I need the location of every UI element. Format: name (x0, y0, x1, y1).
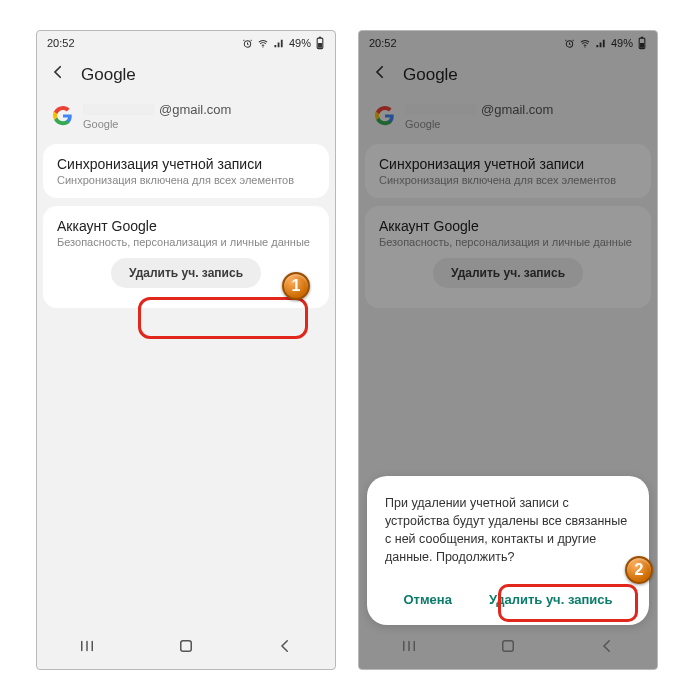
alarm-icon (564, 38, 575, 49)
google-logo-icon (375, 106, 395, 126)
svg-point-7 (584, 46, 585, 47)
svg-rect-3 (319, 37, 321, 38)
nav-recents-icon[interactable] (400, 637, 418, 655)
sync-section[interactable]: Синхронизация учетной записи Синхронизац… (365, 144, 651, 198)
page-title: Google (403, 65, 458, 85)
back-icon[interactable] (371, 63, 389, 86)
google-account-subtitle: Безопасность, персонализация и личные да… (57, 236, 315, 248)
sync-subtitle: Синхронизация включена для всех элементо… (57, 174, 315, 186)
account-provider: Google (83, 118, 231, 130)
sync-subtitle: Синхронизация включена для всех элементо… (379, 174, 637, 186)
svg-rect-9 (641, 37, 643, 38)
google-logo-icon (53, 106, 73, 126)
delete-account-button[interactable]: Удалить уч. запись (111, 258, 261, 288)
svg-rect-11 (503, 641, 514, 652)
email-suffix: @gmail.com (481, 102, 553, 117)
dialog-message: При удалении учетной записи с устройства… (385, 494, 631, 567)
nav-back-icon[interactable] (598, 637, 616, 655)
nav-home-icon[interactable] (499, 637, 517, 655)
google-account-title: Аккаунт Google (57, 218, 315, 234)
wifi-icon (579, 38, 591, 49)
status-time: 20:52 (369, 37, 397, 49)
google-account-section[interactable]: Аккаунт Google Безопасность, персонализа… (365, 206, 651, 308)
svg-rect-10 (640, 43, 644, 48)
status-battery-text: 49% (611, 37, 633, 49)
phone-screen-left: 20:52 49% Google @gmail.com Google Синхр… (36, 30, 336, 670)
battery-icon (637, 36, 647, 50)
account-provider: Google (405, 118, 553, 130)
nav-bar (37, 629, 335, 669)
signal-icon (595, 38, 607, 49)
sync-section[interactable]: Синхронизация учетной записи Синхронизац… (43, 144, 329, 198)
email-suffix: @gmail.com (159, 102, 231, 117)
status-bar: 20:52 49% (359, 31, 657, 55)
status-time: 20:52 (47, 37, 75, 49)
email-local-redacted (405, 104, 477, 115)
screen-header: Google (359, 55, 657, 96)
nav-back-icon[interactable] (276, 637, 294, 655)
email-local-redacted (83, 104, 155, 115)
screen-header: Google (37, 55, 335, 96)
sync-title: Синхронизация учетной записи (379, 156, 637, 172)
nav-recents-icon[interactable] (78, 637, 96, 655)
page-title: Google (81, 65, 136, 85)
phone-screen-right: 20:52 49% Google @gmail.com Google Синхр… (358, 30, 658, 670)
nav-home-icon[interactable] (177, 637, 195, 655)
battery-icon (315, 36, 325, 50)
dialog-cancel-button[interactable]: Отмена (394, 584, 462, 615)
delete-account-button[interactable]: Удалить уч. запись (433, 258, 583, 288)
status-bar: 20:52 49% (37, 31, 335, 55)
google-account-title: Аккаунт Google (379, 218, 637, 234)
alarm-icon (242, 38, 253, 49)
sync-title: Синхронизация учетной записи (57, 156, 315, 172)
dialog-confirm-button[interactable]: Удалить уч. запись (479, 584, 623, 615)
svg-rect-4 (318, 43, 322, 48)
wifi-icon (257, 38, 269, 49)
nav-bar (359, 629, 657, 669)
callout-badge-2: 2 (625, 556, 653, 584)
confirm-dialog: При удалении учетной записи с устройства… (367, 476, 649, 626)
account-row[interactable]: @gmail.com Google (37, 96, 335, 144)
google-account-subtitle: Безопасность, персонализация и личные да… (379, 236, 637, 248)
signal-icon (273, 38, 285, 49)
callout-badge-1: 1 (282, 272, 310, 300)
account-row[interactable]: @gmail.com Google (359, 96, 657, 144)
back-icon[interactable] (49, 63, 67, 86)
svg-point-1 (262, 46, 263, 47)
svg-rect-5 (181, 641, 192, 652)
status-battery-text: 49% (289, 37, 311, 49)
